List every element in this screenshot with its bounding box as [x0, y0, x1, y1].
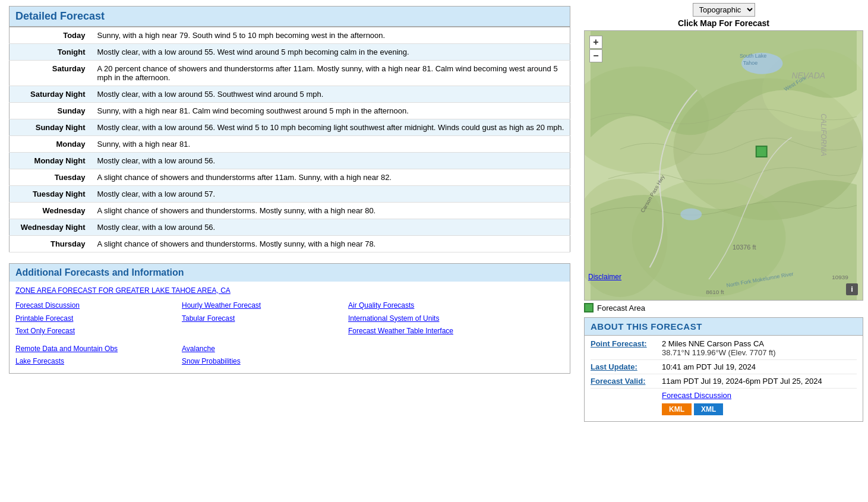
- svg-text:South Lake: South Lake: [740, 53, 766, 59]
- map-controls-row: TopographicSatelliteStreet Click Map For…: [584, 3, 863, 28]
- svg-text:Tahoe: Tahoe: [743, 60, 757, 66]
- table-row: Tuesday NightMostly clear, with a low ar…: [10, 186, 570, 203]
- period-name: Monday Night: [10, 153, 93, 169]
- additional-header: Additional Forecasts and Information: [10, 264, 570, 282]
- col3-link[interactable]: International System of Units: [348, 312, 564, 326]
- period-name: Wednesday Night: [10, 219, 93, 236]
- additional-title: Additional Forecasts and Information: [15, 267, 564, 278]
- period-name: Tuesday: [10, 169, 93, 186]
- forecast-text: Mostly clear, with a low around 56.: [93, 153, 570, 169]
- last-update-row: Last Update: 10:41 am PDT Jul 19, 2024: [591, 362, 857, 374]
- detailed-forecast-title: Detailed Forecast: [15, 10, 564, 23]
- period-name: Sunday Night: [10, 119, 93, 136]
- table-row: WednesdayA slight chance of showers and …: [10, 203, 570, 219]
- period-name: Today: [10, 27, 93, 44]
- last-update-value: 10:41 am PDT Jul 19, 2024: [662, 362, 857, 371]
- forecast-text: Mostly clear, with a low around 55. West…: [93, 44, 570, 61]
- col3-link[interactable]: Air Quality Forecasts: [348, 299, 564, 312]
- period-name: Saturday: [10, 61, 93, 86]
- col2-link[interactable]: Tabular Forecast: [182, 312, 342, 326]
- period-name: Wednesday: [10, 203, 93, 219]
- svg-text:10939: 10939: [832, 274, 848, 280]
- forecast-table: TodaySunny, with a high near 79. South w…: [9, 27, 570, 252]
- kml-button[interactable]: KML: [662, 403, 692, 415]
- table-row: SundaySunny, with a high near 81. Calm w…: [10, 103, 570, 119]
- table-row: ThursdayA slight chance of showers and t…: [10, 236, 570, 252]
- additional-content: ZONE AREA FORECAST FOR GREATER LAKE TAHO…: [10, 282, 570, 373]
- table-row: Monday NightMostly clear, with a low aro…: [10, 153, 570, 169]
- map-type-dropdown[interactable]: TopographicSatelliteStreet: [693, 3, 755, 17]
- zone-area-link[interactable]: ZONE AREA FORECAST FOR GREATER LAKE TAHO…: [15, 286, 564, 295]
- map-zoom-controls: + −: [589, 36, 602, 62]
- bottom-col2-link[interactable]: Snow Probabilities: [182, 355, 342, 368]
- bottom-col1-link[interactable]: Lake Forecasts: [15, 355, 176, 368]
- forecast-valid-label[interactable]: Forecast Valid:: [591, 377, 662, 386]
- about-forecast-panel: ABOUT THIS FORECAST Point Forecast: 2 Mi…: [584, 317, 863, 422]
- map-type-select[interactable]: TopographicSatelliteStreet: [693, 3, 755, 17]
- bottom-col1-link[interactable]: Remote Data and Mountain Obs: [15, 343, 176, 356]
- forecast-text: A slight chance of showers and thunderst…: [93, 236, 570, 252]
- map-svg: NEVADA CALIFORNIA South Lake Tahoe 10376…: [585, 31, 863, 300]
- period-name: Thursday: [10, 236, 93, 252]
- period-name: Tonight: [10, 44, 93, 61]
- links-grid: Forecast DiscussionPrintable ForecastTex…: [15, 299, 564, 338]
- forecast-text: Sunny, with a high near 79. South wind 5…: [93, 27, 570, 44]
- forecast-text: A slight chance of showers and thunderst…: [93, 203, 570, 219]
- forecast-area-box-icon: [584, 303, 594, 312]
- col2-link[interactable]: Hourly Weather Forecast: [182, 299, 342, 312]
- map-info-button[interactable]: i: [846, 283, 858, 295]
- col3-link[interactable]: Forecast Weather Table Interface: [348, 325, 564, 338]
- bottom-col2-link[interactable]: Avalanche: [182, 343, 342, 356]
- zoom-in-button[interactable]: +: [589, 36, 602, 49]
- disclaimer-link[interactable]: Disclaimer: [588, 273, 621, 281]
- svg-text:8610 ft: 8610 ft: [706, 289, 724, 295]
- forecast-text: A 20 percent chance of showers and thund…: [93, 61, 570, 86]
- point-forecast-row: Point Forecast: 2 Miles NNE Carson Pass …: [591, 339, 857, 360]
- last-update-label[interactable]: Last Update:: [591, 362, 662, 371]
- detailed-forecast-header: Detailed Forecast: [9, 6, 570, 27]
- svg-point-11: [680, 209, 702, 220]
- col1-links: Forecast DiscussionPrintable ForecastTex…: [15, 299, 176, 338]
- point-forecast-label[interactable]: Point Forecast:: [591, 339, 662, 357]
- col2-links: Hourly Weather ForecastTabular Forecast: [182, 299, 342, 338]
- forecast-text: Mostly clear, with a low around 57.: [93, 186, 570, 203]
- svg-rect-18: [756, 146, 767, 157]
- forecast-area-legend: Forecast Area: [584, 303, 863, 312]
- table-row: TuesdayA slight chance of showers and th…: [10, 169, 570, 186]
- table-row: TonightMostly clear, with a low around 5…: [10, 44, 570, 61]
- bottom-col1-links: Remote Data and Mountain ObsLake Forecas…: [15, 343, 176, 368]
- period-name: Monday: [10, 136, 93, 153]
- forecast-discussion-link[interactable]: Forecast Discussion: [662, 391, 857, 400]
- about-title: ABOUT THIS FORECAST: [591, 321, 857, 331]
- bottom-col2-links: AvalancheSnow Probabilities: [182, 343, 342, 368]
- col1-link[interactable]: Text Only Forecast: [15, 325, 176, 338]
- col1-link[interactable]: Forecast Discussion: [15, 299, 176, 312]
- point-forecast-value: 2 Miles NNE Carson Pass CA 38.71°N 119.9…: [662, 339, 857, 357]
- forecast-valid-row: Forecast Valid: 11am PDT Jul 19, 2024-6p…: [591, 377, 857, 389]
- forecast-area-label: Forecast Area: [597, 304, 645, 312]
- zoom-out-button[interactable]: −: [589, 49, 602, 62]
- left-panel: Detailed Forecast TodaySunny, with a hig…: [0, 0, 579, 502]
- forecast-text: Sunny, with a high near 81. Calm wind be…: [93, 103, 570, 119]
- click-map-text: Click Map For Forecast: [678, 18, 769, 28]
- map-container[interactable]: NEVADA CALIFORNIA South Lake Tahoe 10376…: [584, 30, 863, 301]
- bottom-links: Remote Data and Mountain ObsLake Forecas…: [15, 343, 564, 368]
- table-row: TodaySunny, with a high near 79. South w…: [10, 27, 570, 44]
- right-panel: TopographicSatelliteStreet Click Map For…: [579, 0, 868, 502]
- col3-links: Air Quality ForecastsInternational Syste…: [348, 299, 564, 338]
- table-row: Wednesday NightMostly clear, with a low …: [10, 219, 570, 236]
- about-content: Point Forecast: 2 Miles NNE Carson Pass …: [585, 336, 863, 421]
- table-row: Saturday NightMostly clear, with a low a…: [10, 86, 570, 103]
- forecast-text: Mostly clear, with a low around 56.: [93, 219, 570, 236]
- kml-xml-row: KML XML: [662, 403, 857, 415]
- forecast-text: Mostly clear, with a low around 56. West…: [93, 119, 570, 136]
- additional-section: Additional Forecasts and Information ZON…: [9, 263, 570, 374]
- forecast-text: Sunny, with a high near 81.: [93, 136, 570, 153]
- period-name: Saturday Night: [10, 86, 93, 103]
- about-header: ABOUT THIS FORECAST: [585, 318, 863, 336]
- xml-button[interactable]: XML: [694, 403, 723, 415]
- svg-text:10376 ft: 10376 ft: [733, 244, 756, 251]
- col1-link[interactable]: Printable Forecast: [15, 312, 176, 326]
- table-row: SaturdayA 20 percent chance of showers a…: [10, 61, 570, 86]
- period-name: Tuesday Night: [10, 186, 93, 203]
